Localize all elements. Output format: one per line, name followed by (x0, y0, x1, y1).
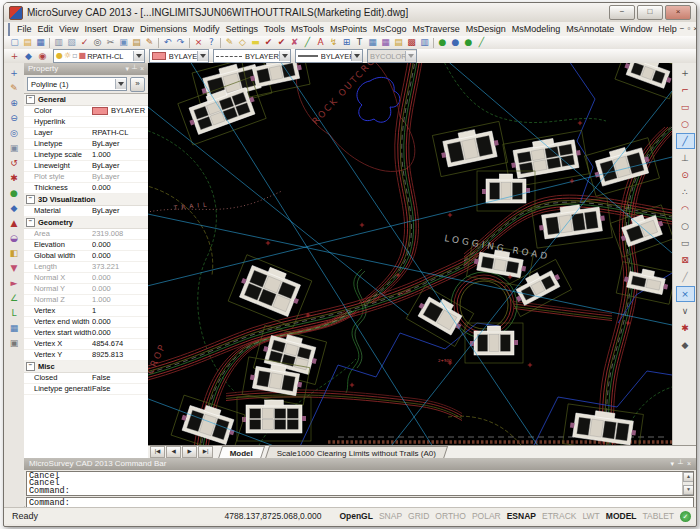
collapse-icon[interactable]: − (26, 195, 35, 204)
status-toggle-ortho[interactable]: ORTHO (435, 511, 466, 521)
property-panel-header[interactable]: Property ▾┴× (24, 63, 148, 75)
collapse-icon[interactable]: − (26, 218, 35, 227)
station-icon[interactable]: ⊞ (340, 37, 353, 48)
boundary-icon[interactable]: ◇ (236, 37, 249, 48)
status-toggle-tablet[interactable]: TABLET (643, 511, 675, 521)
save-icon[interactable]: ▦ (34, 37, 47, 48)
copy-icon[interactable]: ▣ (117, 37, 130, 48)
pan-icon[interactable]: + (6, 66, 22, 80)
quick-select-button[interactable]: » (130, 77, 145, 92)
property-row-normal-x[interactable]: Normal X0.000 (24, 273, 148, 284)
property-section-general[interactable]: −General (24, 94, 148, 106)
cmd-pin-icon[interactable]: ┴ (678, 458, 683, 470)
menu-item-msannotate[interactable]: MsAnnotate (563, 23, 617, 36)
menu-item-help[interactable]: Help (655, 23, 680, 36)
polygon-icon[interactable]: ▭ (676, 235, 695, 251)
preview-icon[interactable]: ▧ (65, 37, 78, 48)
property-row-linetype[interactable]: LinetypeByLayer (24, 139, 148, 150)
menu-item-mstools[interactable]: MsTools (288, 23, 327, 36)
last-tab-button[interactable]: ▶| (198, 446, 213, 458)
paste-icon[interactable]: ▤ (130, 37, 143, 48)
report-icon[interactable]: ▦ (379, 37, 392, 48)
mdi-restore-icon[interactable]: ▫ (688, 23, 691, 35)
minimize-button[interactable]: − (609, 5, 635, 20)
draw-icon[interactable]: ✎ (223, 37, 236, 48)
linetype-combo[interactable]: BYLAYER (213, 49, 291, 63)
frame-icon[interactable]: ▣ (6, 336, 22, 350)
property-row-vertex-y[interactable]: Vertex Y8925.813 (24, 350, 148, 361)
cross-icon[interactable]: ✘ (288, 37, 301, 48)
sphere-icon[interactable]: ◒ (6, 231, 22, 245)
property-section-3d-visualization[interactable]: −3D Visualization (24, 194, 148, 206)
property-row-normal-y[interactable]: Normal Y0.000 (24, 284, 148, 295)
property-row-layer[interactable]: LayerRPATH-CL (24, 128, 148, 139)
property-row-elevation[interactable]: Elevation0.000 (24, 240, 148, 251)
status-toggle-lwt[interactable]: LWT (582, 511, 599, 521)
divide-icon[interactable]: ∴ (676, 184, 695, 200)
slope-icon[interactable]: ╱ (475, 37, 488, 48)
perpendicular-icon[interactable]: ⊥ (676, 150, 695, 166)
collapse-icon[interactable]: − (26, 95, 35, 104)
audit-icon[interactable]: ✔ (262, 37, 275, 48)
menu-item-window[interactable]: Window (617, 23, 655, 36)
property-row-area[interactable]: Area2319.008 (24, 229, 148, 240)
collapse-icon[interactable]: − (26, 362, 35, 371)
property-row-vertex[interactable]: Vertex1 (24, 306, 148, 317)
menu-item-settings[interactable]: Settings (222, 23, 261, 36)
lightning-icon[interactable]: ↯ (327, 37, 340, 48)
command-history-scrollbar[interactable]: ▲ ▼ (682, 472, 693, 495)
mdi-close-icon[interactable]: × (693, 23, 697, 35)
pyramid-icon[interactable]: ▲ (6, 216, 22, 230)
menu-item-edit[interactable]: Edit (35, 23, 57, 36)
table-icon[interactable]: ▦ (366, 37, 379, 48)
ray-icon[interactable]: ╱ (676, 269, 695, 285)
point-green2-icon[interactable]: ● (462, 37, 475, 48)
text-icon[interactable]: A (314, 37, 327, 48)
drawing-canvas[interactable]: ROCK OUTCROPLOGGING ROADCROPT R A I L3+0… (148, 63, 672, 445)
status-toggle-esnap[interactable]: ESNAP (507, 511, 536, 521)
find-icon[interactable]: ◎ (91, 37, 104, 48)
prev-tab-button[interactable]: ◀ (166, 446, 181, 458)
command-history[interactable]: ▲ ▼ CancelCancelCommand: (26, 471, 694, 496)
property-section-geometry[interactable]: −Geometry (24, 217, 148, 229)
redo-icon[interactable]: ↷ (174, 37, 187, 48)
ucs-icon[interactable]: L (6, 306, 22, 320)
status-toggle-etrack[interactable]: ETRACK (542, 511, 576, 521)
cone-icon[interactable]: ▼ (6, 261, 22, 275)
point-green-icon[interactable]: ● (436, 37, 449, 48)
menu-item-modify[interactable]: Modify (190, 23, 223, 36)
spell-icon[interactable]: ✓ (78, 37, 91, 48)
explore-layers-icon[interactable]: ◉ (36, 51, 49, 62)
scroll-up-icon[interactable]: ▲ (683, 472, 694, 482)
layer-combo[interactable]: ●☼▫■ RPATH-CL (53, 49, 145, 63)
ellipse-icon[interactable]: ○ (676, 218, 695, 234)
zoom-in-icon[interactable]: ⊕ (6, 96, 22, 110)
new-icon[interactable]: ▢ (8, 37, 21, 48)
erase-icon[interactable]: × (192, 37, 205, 48)
lineweight-combo[interactable]: BYLAYER (295, 49, 363, 63)
linetype-combo-arrow[interactable] (279, 51, 290, 61)
layer-combo-arrow[interactable] (133, 51, 144, 61)
label-icon[interactable]: T (353, 37, 366, 48)
line-icon[interactable]: ╱ (676, 133, 695, 149)
status-toggle-grid[interactable]: GRID (408, 511, 429, 521)
highlight-icon[interactable]: ▬ (249, 37, 262, 48)
undo-view-icon[interactable]: ↺ (6, 156, 22, 170)
menu-item-mspoints[interactable]: MsPoints (327, 23, 370, 36)
zoom-window-icon[interactable]: ◎ (6, 126, 22, 140)
cad-drawing[interactable]: ROCK OUTCROPLOGGING ROADCROPT R A I L3+0… (148, 63, 672, 445)
open-icon[interactable]: ▤ (21, 37, 34, 48)
property-row-vertex-end-width[interactable]: Vertex end width0.000 (24, 317, 148, 328)
sketch-icon[interactable]: ✎ (6, 81, 22, 95)
property-row-linetype-scale[interactable]: Linetype scale1.000 (24, 150, 148, 161)
cmd-close-icon[interactable]: × (687, 458, 691, 470)
menu-item-tools[interactable]: Tools (261, 23, 288, 36)
cmd-menu-icon[interactable]: ▾ (670, 458, 674, 470)
hatch-icon[interactable]: ✱ (676, 320, 695, 336)
menu-item-msdesign[interactable]: MsDesign (463, 23, 509, 36)
circle-icon[interactable]: ○ (676, 116, 695, 132)
property-row-vertex-x[interactable]: Vertex X4854.674 (24, 339, 148, 350)
zoom-extents-icon[interactable]: ▣ (6, 141, 22, 155)
menu-item-file[interactable]: File (14, 23, 35, 36)
grid-red-icon[interactable]: ▩ (405, 37, 418, 48)
